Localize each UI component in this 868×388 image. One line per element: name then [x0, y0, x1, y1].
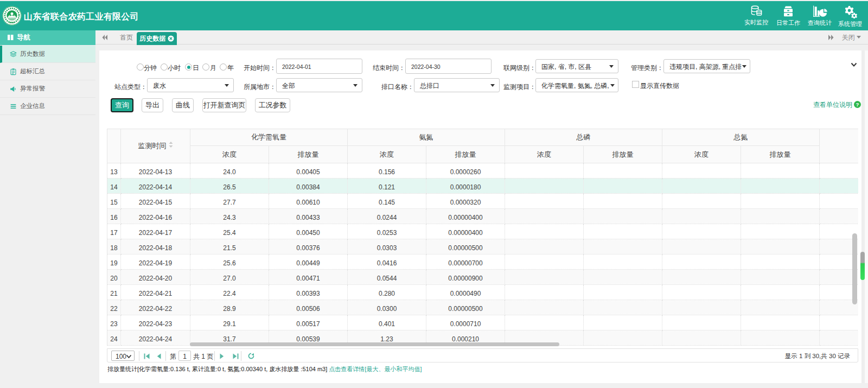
svg-text:MEE: MEE — [9, 21, 15, 24]
svg-text:?: ? — [856, 101, 859, 107]
